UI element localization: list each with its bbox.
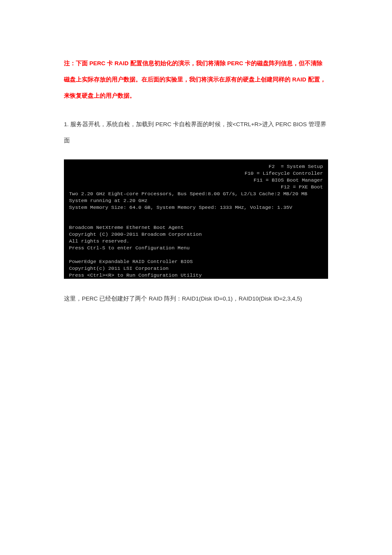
nic-line2: Copyright (C) 2000-2011 Broadcom Corpora… [69, 231, 202, 237]
caption-text: 这里，PERC 已经创建好了两个 RAID 阵列：RAID1(Disk ID=0… [64, 292, 328, 306]
fkey-f11: F11 = BIOS Boot Manager [69, 177, 323, 184]
raid-line1: PowerEdge Expandable RAID Controller BIO… [69, 259, 193, 265]
raid-line3: Press <Ctrl><R> to Run Configuration Uti… [69, 272, 202, 278]
fkey-f2: F2 = System Setup [69, 164, 323, 171]
sys-running: System running at 2.20 GHz [69, 198, 147, 204]
note-paragraph: 注：下面 PERC 卡 RAID 配置信息初始化的演示，我们将清除 PERC 卡… [64, 55, 328, 104]
sys-mem: System Memory Size: 64.0 GB, System Memo… [69, 205, 292, 211]
fkey-f12: F12 = PXE Boot [69, 184, 323, 191]
step-1-text: 1. 服务器开机，系统自检，加载到 PERC 卡自检界面的时候，按<CTRL+R… [64, 116, 328, 149]
document-page: 注：下面 PERC 卡 RAID 配置信息初始化的演示，我们将清除 PERC 卡… [0, 0, 392, 340]
nic-line1: Broadcom NetXtreme Ethernet Boot Agent [69, 225, 184, 231]
fkey-f10: F10 = Lifecycle Controller [69, 171, 323, 177]
bios-terminal-screenshot: F2 = System SetupF10 = Lifecycle Control… [64, 159, 328, 279]
nic-line3: All rights reserved. [69, 238, 130, 244]
nic-line4: Press Ctrl-S to enter Configuration Menu [69, 245, 190, 251]
sys-cpu: Two 2.20 GHz Eight-core Processors, Bus … [69, 191, 307, 197]
raid-line2: Copyright(c) 2011 LSI Corporation [69, 266, 169, 272]
